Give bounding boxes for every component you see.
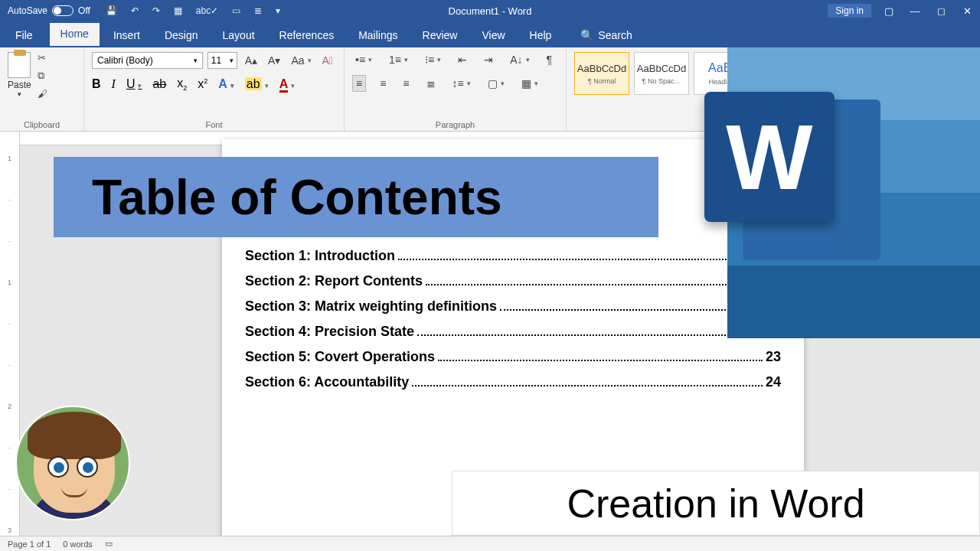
word-logo: W bbox=[704, 92, 880, 268]
grow-font-icon[interactable]: A▴ bbox=[242, 53, 260, 68]
search-button[interactable]: 🔍 Search bbox=[573, 24, 639, 47]
toc-entry: Section 4: Precision State 21 bbox=[245, 324, 781, 340]
indent-icon[interactable]: ⇥ bbox=[481, 52, 496, 67]
text-effects-icon[interactable]: A bbox=[218, 77, 234, 91]
list-icon[interactable]: ≣ bbox=[254, 5, 262, 16]
tab-help[interactable]: Help bbox=[519, 24, 563, 47]
justify-icon[interactable]: ≣ bbox=[423, 75, 439, 92]
tab-references[interactable]: References bbox=[269, 24, 345, 47]
superscript-button[interactable]: x2 bbox=[198, 77, 207, 91]
strike-button[interactable]: ab bbox=[152, 77, 166, 91]
toc-entry: Section 2: Report Contents bbox=[245, 273, 781, 289]
cut-icon[interactable]: ✂ bbox=[38, 52, 47, 64]
font-size-combo[interactable]: 11▾ bbox=[207, 52, 237, 69]
autosave-switch-icon[interactable] bbox=[52, 5, 74, 16]
multilevel-icon[interactable]: ⁝≡ bbox=[422, 52, 444, 67]
toc-title: Section 3: Matrix weighting definitions bbox=[245, 298, 497, 315]
align-left-icon[interactable]: ≡ bbox=[352, 75, 366, 92]
tab-insert[interactable]: Insert bbox=[103, 24, 151, 47]
toc-leader bbox=[412, 385, 763, 386]
italic-button[interactable]: I bbox=[112, 77, 116, 91]
shading-icon[interactable]: ▢ bbox=[485, 75, 508, 92]
spellcheck-icon[interactable]: abc✓ bbox=[196, 5, 218, 16]
tab-view[interactable]: View bbox=[471, 24, 515, 47]
sign-in-button[interactable]: Sign in bbox=[828, 4, 871, 18]
group-clipboard: Paste ▾ ✂ ⧉ 🖌 Clipboard bbox=[0, 47, 84, 131]
minimize-icon[interactable]: — bbox=[902, 0, 928, 21]
tab-design[interactable]: Design bbox=[154, 24, 209, 47]
toc-leader bbox=[438, 360, 763, 361]
overlay-subtitle-banner: Creation in Word bbox=[452, 471, 980, 536]
search-icon: 🔍 bbox=[580, 29, 593, 41]
font-group-label: Font bbox=[92, 119, 336, 129]
autosave-state: Off bbox=[78, 5, 90, 16]
align-center-icon[interactable]: ≡ bbox=[377, 75, 389, 92]
qat-more-icon[interactable]: ▾ bbox=[276, 5, 280, 16]
align-right-icon[interactable]: ≡ bbox=[400, 75, 412, 92]
undo-icon[interactable]: ↶ bbox=[131, 5, 139, 16]
font-size-value: 11 bbox=[211, 55, 221, 66]
table-icon[interactable]: ▦ bbox=[174, 5, 182, 16]
word-logo-letter: W bbox=[726, 104, 812, 210]
change-case-icon[interactable]: Aa bbox=[288, 53, 314, 68]
tab-home[interactable]: Home bbox=[50, 23, 100, 47]
style-normal[interactable]: AaBbCcDd ¶ Normal bbox=[574, 52, 629, 95]
style-normal-label: ¶ Normal bbox=[588, 77, 616, 85]
spellcheck-status-icon[interactable]: ▭ bbox=[105, 539, 113, 549]
toc-page: 23 bbox=[766, 349, 781, 365]
quick-access-toolbar: 💾 ↶ ↷ ▦ abc✓ ▭ ≣ ▾ bbox=[106, 5, 280, 16]
tab-layout[interactable]: Layout bbox=[212, 24, 266, 47]
window-controls: Sign in ▢ — ◻ ✕ bbox=[828, 0, 980, 21]
save-icon[interactable]: 💾 bbox=[106, 5, 117, 16]
toc-entry: Section 6: Accountability 24 bbox=[245, 374, 781, 390]
sort-icon[interactable]: A↓ bbox=[507, 52, 532, 67]
tab-mailings[interactable]: Mailings bbox=[348, 24, 408, 47]
outdent-icon[interactable]: ⇤ bbox=[455, 52, 470, 67]
avatar-icon bbox=[15, 406, 130, 520]
line-spacing-icon[interactable]: ↕≡ bbox=[449, 75, 474, 92]
paste-label: Paste bbox=[8, 80, 31, 90]
toc-title: Section 6: Accountability bbox=[245, 374, 409, 390]
copy-icon[interactable]: ⧉ bbox=[38, 70, 47, 82]
bold-button[interactable]: B bbox=[92, 77, 101, 91]
paragraph-group-label: Paragraph bbox=[352, 119, 558, 129]
font-name-combo[interactable]: Calibri (Body)▾ bbox=[92, 52, 203, 69]
toc-title: Section 2: Report Contents bbox=[245, 273, 423, 289]
autosave-toggle[interactable]: AutoSave Off bbox=[8, 5, 90, 16]
title-bar: AutoSave Off 💾 ↶ ↷ ▦ abc✓ ▭ ≣ ▾ Document… bbox=[0, 0, 980, 21]
subscript-button[interactable]: x2 bbox=[177, 77, 187, 92]
tab-file[interactable]: File bbox=[8, 24, 47, 47]
group-font: Calibri (Body)▾ 11▾ A▴ A▾ Aa A⃠ B I U ab… bbox=[84, 47, 345, 131]
ribbon-display-icon[interactable]: ▢ bbox=[876, 0, 902, 21]
underline-button[interactable]: U bbox=[126, 77, 142, 91]
font-name-value: Calibri (Body) bbox=[97, 55, 153, 66]
status-words[interactable]: 0 words bbox=[63, 540, 93, 549]
status-page[interactable]: Page 1 of 1 bbox=[8, 540, 51, 549]
numbering-icon[interactable]: 1≡ bbox=[386, 52, 411, 67]
bullets-icon[interactable]: •≡ bbox=[352, 52, 375, 67]
clear-format-icon[interactable]: A⃠ bbox=[319, 53, 336, 68]
close-icon[interactable]: ✕ bbox=[954, 0, 980, 21]
toc-entry: Section 5: Covert Operations 23 bbox=[245, 349, 781, 365]
reading-icon[interactable]: ▭ bbox=[232, 5, 240, 16]
style-sample: AaBbCcDd bbox=[637, 63, 686, 74]
paste-button[interactable]: Paste ▾ bbox=[8, 52, 31, 98]
tab-review[interactable]: Review bbox=[412, 24, 469, 47]
redo-icon[interactable]: ↷ bbox=[152, 5, 160, 16]
style-no-spacing[interactable]: AaBbCcDd ¶ No Spac… bbox=[634, 52, 689, 95]
maximize-icon[interactable]: ◻ bbox=[928, 0, 954, 21]
format-painter-icon[interactable]: 🖌 bbox=[38, 88, 47, 99]
toc-title: Section 4: Precision State bbox=[245, 324, 414, 340]
autosave-label: AutoSave bbox=[8, 5, 47, 16]
borders-icon[interactable]: ▦ bbox=[518, 75, 541, 92]
overlay-subtitle-text: Creation in Word bbox=[567, 481, 864, 527]
toc-leader bbox=[500, 309, 763, 311]
show-marks-icon[interactable]: ¶ bbox=[544, 52, 556, 67]
toc-entry: Section 3: Matrix weighting definitions … bbox=[245, 298, 781, 315]
font-color-icon[interactable]: A bbox=[279, 77, 296, 91]
shrink-font-icon[interactable]: A▾ bbox=[265, 53, 283, 68]
highlight-icon[interactable]: ab bbox=[245, 77, 269, 91]
document-title: Document1 - Word bbox=[449, 5, 532, 17]
ribbon-tabs: File Home Insert Design Layout Reference… bbox=[0, 21, 980, 47]
paste-icon bbox=[8, 52, 31, 78]
